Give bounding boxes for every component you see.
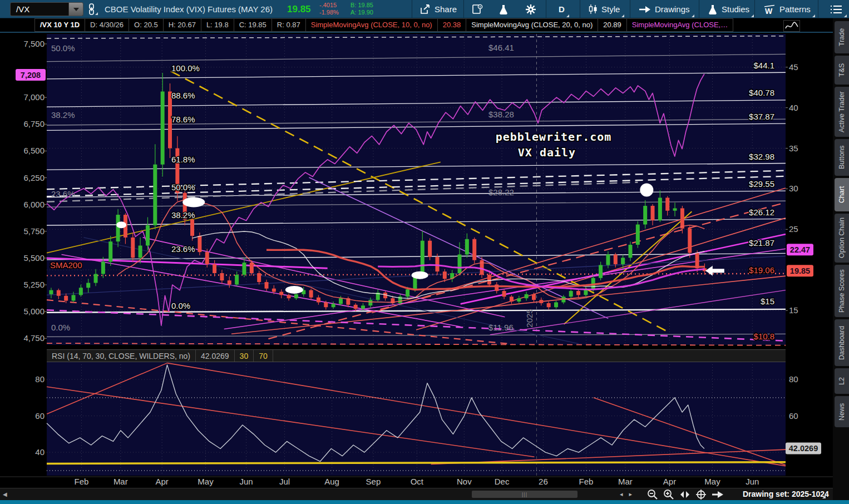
status-bar: ◀ ||| ◂ ▸ xyxy=(0,488,849,500)
settings-button[interactable] xyxy=(520,0,542,18)
header-cell: D: 4/30/26 xyxy=(85,18,129,32)
instrument-title: CBOE Volatility Index (VIX) Futures (MAY… xyxy=(105,0,273,18)
svg-text:Aug: Aug xyxy=(324,477,339,486)
sidebar-tab-chart[interactable]: Chart xyxy=(835,178,849,211)
symbol-input[interactable]: /VX xyxy=(10,2,83,16)
note-info-icon xyxy=(472,4,483,14)
scroll-left-arrow[interactable]: ◀ xyxy=(3,491,7,497)
squiggle-chart-icon xyxy=(784,21,799,31)
toolbar-separator xyxy=(754,0,755,18)
svg-text:42.0269: 42.0269 xyxy=(789,444,818,453)
drawing-set-dropdown-corner xyxy=(822,495,826,498)
list-menu-icon xyxy=(830,5,842,14)
toolbar-separator xyxy=(546,0,546,18)
style-button[interactable]: Style xyxy=(583,0,625,18)
dropdown-corner xyxy=(95,12,98,15)
svg-text:W: W xyxy=(765,7,773,14)
rsi-label: RSI (14, 70, 30, CLOSE, WILDERS, no) xyxy=(47,350,196,362)
right-sidebar: TradeT&SActive TraderButtonsChartOption … xyxy=(833,18,849,500)
rsi-study-header[interactable]: RSI (14, 70, 30, CLOSE, WILDERS, no) 42.… xyxy=(47,349,786,362)
svg-text:$32.98: $32.98 xyxy=(749,152,774,161)
chart-header-row: /VX 10 Y 1DD: 4/30/26O: 20.5H: 20.67L: 1… xyxy=(0,18,835,33)
zoom-out-icon[interactable] xyxy=(647,489,658,500)
sidebar-tab-active-trader[interactable]: Active Trader xyxy=(835,87,849,137)
studies-flask-icon xyxy=(708,4,718,15)
svg-text:22.47: 22.47 xyxy=(790,245,810,254)
toolbar-separator xyxy=(580,0,580,18)
svg-text:Dec: Dec xyxy=(495,477,510,486)
drawings-label: Drawings xyxy=(655,4,690,14)
svg-text:100.0%: 100.0% xyxy=(171,63,200,73)
sidebar-tab-dashboard[interactable]: Dashboard xyxy=(835,319,849,366)
toolbar-separator xyxy=(463,0,464,18)
svg-text:Apr: Apr xyxy=(663,477,676,486)
timeframe-button[interactable]: D xyxy=(553,0,570,18)
sidebar-tab-buttons[interactable]: Buttons xyxy=(835,139,849,176)
drawings-button[interactable]: Drawings xyxy=(633,0,695,18)
svg-text:SMA200: SMA200 xyxy=(50,260,82,270)
go-right-icon[interactable] xyxy=(712,491,724,498)
svg-text:VX daily: VX daily xyxy=(518,146,576,159)
svg-text:$28.22: $28.22 xyxy=(488,187,514,197)
studies-button[interactable]: Studies xyxy=(702,0,755,18)
dropdown-corner xyxy=(692,14,694,17)
window-bottom-edge xyxy=(0,500,849,504)
header-cell: 20.89 xyxy=(598,18,627,32)
sidebar-tab-t-s[interactable]: T&S xyxy=(835,56,849,85)
expand-horizontal-icon[interactable] xyxy=(679,490,690,499)
analyze-button[interactable] xyxy=(493,0,514,18)
main-chart[interactable]: $44.1$40.78$37.87$32.98$29.55$26.12$21.8… xyxy=(0,33,835,504)
symbol-dropdown-button[interactable] xyxy=(68,3,83,16)
scrollbar-grip: ||| xyxy=(522,492,527,497)
svg-text:May: May xyxy=(198,477,214,486)
svg-text:40: 40 xyxy=(789,103,798,112)
dropdown-corner xyxy=(751,14,754,17)
bid-ask: B: 19.85 A: 19.90 xyxy=(351,2,373,16)
bid-value: B: 19.85 xyxy=(351,2,373,9)
svg-text:7,208: 7,208 xyxy=(21,71,41,80)
svg-text:pebblewriter.com: pebblewriter.com xyxy=(496,130,612,144)
svg-text:$46.41: $46.41 xyxy=(488,43,514,52)
ask-value: A: 19.90 xyxy=(351,9,373,16)
symbol-value[interactable]: /VX xyxy=(11,4,68,14)
sidebar-tab-option-chain[interactable]: Option Chain xyxy=(835,214,849,263)
share-button[interactable]: Share xyxy=(414,0,462,18)
svg-text:0.0%: 0.0% xyxy=(51,323,70,332)
svg-text:38.2%: 38.2% xyxy=(171,210,195,220)
menu-button[interactable] xyxy=(825,0,848,18)
svg-text:23.6%: 23.6% xyxy=(171,244,195,254)
sidebar-tab-trade[interactable]: Trade xyxy=(835,21,849,53)
change-percent: -1.98% xyxy=(319,9,339,16)
svg-text:25: 25 xyxy=(789,224,798,234)
svg-text:45: 45 xyxy=(789,62,798,72)
patterns-button[interactable]: W Patterns xyxy=(758,0,816,18)
notes-button[interactable] xyxy=(466,0,488,18)
rsi-overbought-level[interactable]: 70 xyxy=(254,350,273,362)
svg-text:38.2%: 38.2% xyxy=(51,110,75,120)
link-icon[interactable] xyxy=(87,3,99,16)
svg-text:19.85: 19.85 xyxy=(790,266,810,275)
svg-text:Feb: Feb xyxy=(74,477,88,486)
svg-text:60: 60 xyxy=(789,411,798,421)
arrow-right-icon xyxy=(639,6,651,13)
svg-text:Apr: Apr xyxy=(155,477,168,486)
sidebar-tab-phase-scores[interactable]: Phase Scores xyxy=(835,265,849,317)
svg-text:$26.12: $26.12 xyxy=(749,207,774,217)
sidebar-tab-news[interactable]: News xyxy=(835,396,849,427)
patterns-label: Patterns xyxy=(779,4,811,14)
scroll-step-arrows[interactable]: ◂ ▸ xyxy=(620,491,634,498)
svg-text:15: 15 xyxy=(789,305,798,315)
drawing-set-label[interactable]: Drawing set: 2025-1024 xyxy=(743,488,829,501)
chart-mini-icon[interactable] xyxy=(783,20,800,32)
svg-text:Mar: Mar xyxy=(618,477,633,486)
scrollbar-thumb[interactable]: ||| xyxy=(472,491,577,498)
rsi-oversold-level[interactable]: 30 xyxy=(235,350,254,362)
pan-crosshair-icon[interactable] xyxy=(695,489,707,500)
svg-text:$44.1: $44.1 xyxy=(753,61,774,70)
sidebar-tab-l2[interactable]: L2 xyxy=(835,368,849,394)
zoom-in-icon[interactable] xyxy=(663,489,674,500)
svg-text:23.6%: 23.6% xyxy=(51,189,75,199)
header-cell: C: 19.85 xyxy=(234,18,272,32)
flask-icon xyxy=(498,4,509,15)
svg-text:$15: $15 xyxy=(761,297,774,306)
